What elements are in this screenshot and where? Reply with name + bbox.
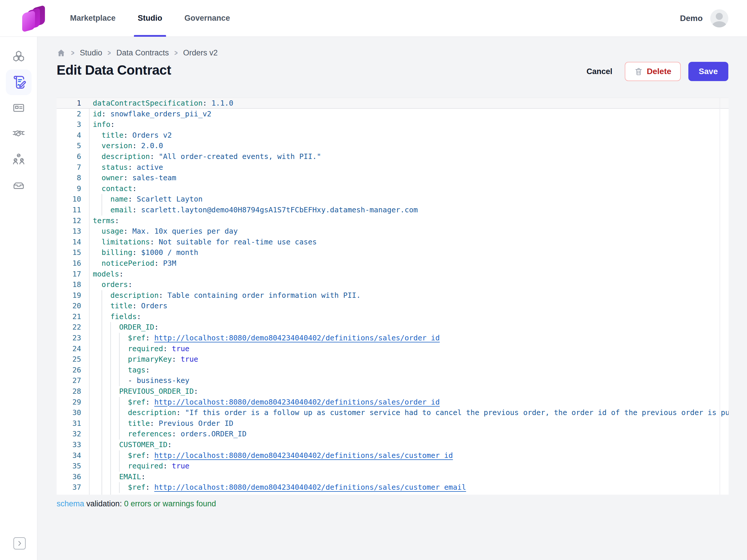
- code-text: CUSTOMER_ID:: [119, 439, 172, 450]
- ref-link[interactable]: http://localhost:8080/demo804234040402/d…: [154, 334, 440, 342]
- delete-button[interactable]: Delete: [625, 62, 681, 81]
- indent-guide: [119, 429, 120, 439]
- nav-tab-marketplace[interactable]: Marketplace: [70, 0, 115, 37]
- code-line[interactable]: 15billing: $1000 / month: [57, 247, 729, 258]
- home-icon[interactable]: [57, 48, 66, 57]
- yaml-code-editor[interactable]: 1dataContractSpecification: 1.1.02id: sn…: [57, 98, 729, 495]
- code-text: orders:: [102, 279, 132, 290]
- code-line[interactable]: 5version: 2.0.0: [57, 140, 729, 151]
- code-line[interactable]: 36EMAIL:: [57, 472, 729, 482]
- line-number: 32: [57, 429, 81, 439]
- indent-guide: [110, 429, 111, 439]
- cancel-button[interactable]: Cancel: [587, 67, 613, 76]
- ref-link[interactable]: http://localhost:8080/demo804234040402/d…: [154, 398, 440, 406]
- indent-guide: [119, 375, 120, 386]
- code-line[interactable]: 21fields:: [57, 312, 729, 322]
- code-line[interactable]: 9contact:: [57, 183, 729, 194]
- line-number: 33: [57, 439, 81, 450]
- code-line[interactable]: 27- business-key: [57, 375, 729, 386]
- code-line[interactable]: 37$ref: http://localhost:8080/demo804234…: [57, 482, 729, 493]
- code-line[interactable]: 33CUSTOMER_ID:: [57, 439, 729, 450]
- code-line[interactable]: 29$ref: http://localhost:8080/demo804234…: [57, 397, 729, 408]
- sidebar-item-data-contracts[interactable]: [0, 70, 37, 95]
- code-line[interactable]: 11email: scarlett.layton@demo40H8794gsA1…: [57, 205, 729, 216]
- code-line[interactable]: 10name: Scarlett Layton: [57, 194, 729, 205]
- indent-guide: [119, 407, 120, 418]
- ref-link[interactable]: http://localhost:8080/demo804234040402/d…: [154, 483, 466, 491]
- user-avatar-icon[interactable]: [710, 9, 728, 27]
- code-text: info:: [93, 119, 115, 130]
- code-line[interactable]: 25primaryKey: true: [57, 354, 729, 365]
- indent-guide: [110, 482, 111, 493]
- validation-footer: schema validation: 0 errors or warnings …: [57, 499, 728, 508]
- code-line[interactable]: 38PHONE_NUMBER:: [57, 493, 729, 495]
- code-text: - business-key: [128, 375, 189, 386]
- sidebar-item-agreements[interactable]: [0, 121, 37, 146]
- line-number: 38: [57, 493, 81, 495]
- code-line[interactable]: 3info:: [57, 119, 729, 130]
- code-line[interactable]: 31title: Previous Order ID: [57, 418, 729, 429]
- code-line[interactable]: 32references: orders.ORDER_ID: [57, 429, 729, 439]
- ref-link[interactable]: http://localhost:8080/demo804234040402/d…: [154, 451, 453, 460]
- code-text: title: Previous Order ID: [128, 418, 233, 429]
- nav-tab-studio[interactable]: Studio: [138, 0, 162, 37]
- code-line[interactable]: 14limitations: Not suitable for real-tim…: [57, 237, 729, 248]
- code-line[interactable]: 23$ref: http://localhost:8080/demo804234…: [57, 333, 729, 344]
- nav-tab-governance[interactable]: Governance: [184, 0, 230, 37]
- save-button[interactable]: Save: [688, 62, 728, 81]
- code-text: description: "All order-created events, …: [102, 151, 321, 162]
- code-line[interactable]: 4title: Orders v2: [57, 130, 729, 141]
- line-number: 28: [57, 386, 81, 397]
- sidebar-expand-button[interactable]: [14, 537, 26, 550]
- code-line[interactable]: 24required: true: [57, 344, 729, 354]
- code-text: email: scarlett.layton@demo40H8794gsA1S7…: [110, 205, 418, 216]
- line-number: 37: [57, 482, 81, 493]
- code-text: terms:: [93, 216, 119, 226]
- code-line[interactable]: 35required: true: [57, 461, 729, 472]
- breadcrumb-item[interactable]: Data Contracts: [117, 48, 169, 57]
- code-line[interactable]: 16noticePeriod: P3M: [57, 258, 729, 269]
- code-line[interactable]: 34$ref: http://localhost:8080/demo804234…: [57, 450, 729, 461]
- code-line[interactable]: 13usage: Max. 10x queries per day: [57, 226, 729, 237]
- code-text: models:: [93, 269, 123, 280]
- code-line[interactable]: 2id: snowflake_orders_pii_v2: [57, 109, 729, 119]
- code-line[interactable]: 26tags:: [57, 365, 729, 376]
- code-line[interactable]: 19description: Table containing order in…: [57, 290, 729, 301]
- validation-label: validation:: [84, 499, 124, 508]
- line-number: 9: [57, 183, 81, 194]
- indent-guide: [110, 344, 111, 354]
- code-line[interactable]: 6description: "All order-created events,…: [57, 151, 729, 162]
- code-line[interactable]: 30description: "If this order is a follo…: [57, 407, 729, 418]
- code-line[interactable]: 1dataContractSpecification: 1.1.0: [57, 98, 729, 109]
- editor-scrollbar-track[interactable]: [720, 98, 720, 495]
- schema-link[interactable]: schema: [57, 499, 84, 508]
- breadcrumb-item[interactable]: Orders v2: [183, 48, 218, 57]
- handshake-icon: [12, 127, 25, 140]
- code-line[interactable]: 12terms:: [57, 216, 729, 226]
- line-number: 6: [57, 151, 81, 162]
- line-number: 22: [57, 322, 81, 333]
- sidebar-item-asset-card[interactable]: [0, 95, 37, 121]
- code-text: name: Scarlett Layton: [110, 194, 203, 205]
- line-number: 10: [57, 194, 81, 205]
- breadcrumb: >Studio>Data Contracts>Orders v2: [57, 48, 728, 58]
- code-text: limitations: Not suitable for real-time …: [102, 237, 317, 248]
- sidebar-item-teams[interactable]: [0, 146, 37, 172]
- code-text: description: Table containing order info…: [110, 290, 361, 301]
- sidebar-item-data-products[interactable]: [0, 44, 37, 70]
- line-number: 12: [57, 216, 81, 226]
- user-name[interactable]: Demo: [680, 14, 703, 23]
- code-line[interactable]: 8owner: sales-team: [57, 173, 729, 183]
- indent-guide: [110, 365, 111, 376]
- breadcrumb-item[interactable]: Studio: [80, 48, 102, 57]
- code-text: owner: sales-team: [102, 173, 176, 183]
- code-line[interactable]: 17models:: [57, 269, 729, 280]
- sidebar-item-inbox[interactable]: [0, 172, 37, 198]
- app-logo[interactable]: [22, 5, 46, 32]
- code-line[interactable]: 7status: active: [57, 162, 729, 173]
- code-line[interactable]: 28PREVIOUS_ORDER_ID:: [57, 386, 729, 397]
- code-line[interactable]: 18orders:: [57, 279, 729, 290]
- code-line[interactable]: 20title: Orders: [57, 301, 729, 312]
- code-text: title: Orders v2: [102, 130, 172, 141]
- code-line[interactable]: 22ORDER_ID:: [57, 322, 729, 333]
